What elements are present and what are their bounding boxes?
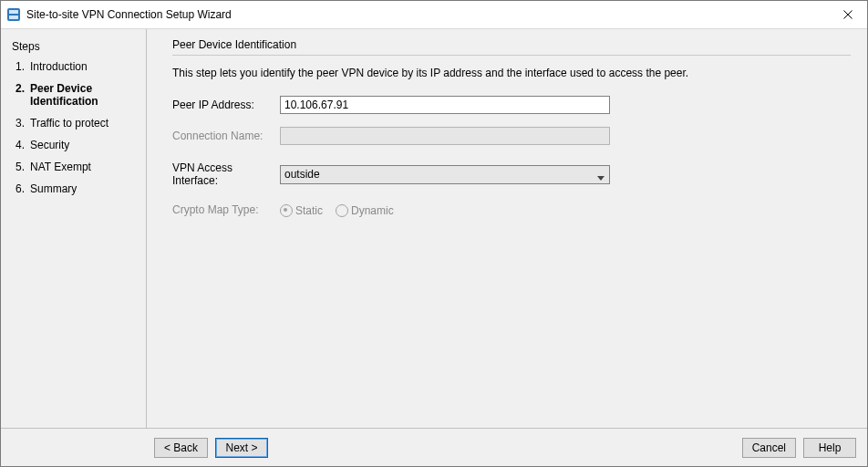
input-connection-name (280, 127, 610, 145)
section-description: This step lets you identify the peer VPN… (172, 67, 851, 79)
step-traffic-to-protect[interactable]: 3.Traffic to protect (16, 117, 139, 130)
label-crypto-map-type: Crypto Map Type: (172, 203, 280, 216)
steps-heading: Steps (12, 40, 139, 53)
step-peer-device-identification[interactable]: 2.Peer Device Identification (16, 82, 139, 108)
main-content: Peer Device Identification This step let… (147, 29, 867, 428)
section-title: Peer Device Identification (172, 38, 851, 51)
label-vpn-interface: VPN Access Interface: (172, 161, 280, 187)
step-summary[interactable]: 6.Summary (16, 182, 139, 195)
app-icon (6, 7, 21, 22)
wizard-window: Site-to-site VPN Connection Setup Wizard… (0, 0, 868, 467)
radio-static (280, 204, 293, 217)
radio-static-wrap: Static (280, 203, 323, 217)
section-divider (172, 55, 851, 56)
row-crypto-map-type: Crypto Map Type: Static Dynamic (172, 203, 851, 217)
back-button[interactable]: < Back (154, 438, 208, 458)
step-nat-exempt[interactable]: 5.NAT Exempt (16, 161, 139, 173)
steps-sidebar: Steps 1.Introduction 2.Peer Device Ident… (1, 29, 147, 428)
radio-dynamic (336, 204, 348, 217)
radio-dynamic-label: Dynamic (351, 204, 394, 217)
help-button[interactable]: Help (803, 438, 856, 458)
label-peer-ip: Peer IP Address: (172, 99, 280, 111)
svg-rect-2 (9, 16, 18, 19)
titlebar: Site-to-site VPN Connection Setup Wizard (1, 1, 867, 29)
window-title: Site-to-site VPN Connection Setup Wizard (26, 8, 829, 21)
row-vpn-interface: VPN Access Interface: (172, 161, 851, 187)
input-peer-ip[interactable] (280, 96, 610, 114)
body: Steps 1.Introduction 2.Peer Device Ident… (1, 29, 867, 428)
cancel-button[interactable]: Cancel (742, 438, 796, 458)
radio-dynamic-wrap: Dynamic (336, 203, 394, 217)
next-button[interactable]: Next > (215, 438, 268, 458)
step-introduction[interactable]: 1.Introduction (16, 60, 139, 73)
row-connection-name: Connection Name: (172, 127, 851, 145)
svg-rect-1 (9, 10, 18, 14)
radio-static-label: Static (295, 204, 323, 217)
step-security[interactable]: 4.Security (16, 139, 139, 151)
close-icon (843, 10, 852, 19)
select-vpn-interface[interactable] (280, 165, 610, 184)
footer: < Back Next > Cancel Help (1, 428, 867, 466)
row-peer-ip: Peer IP Address: (172, 96, 851, 114)
steps-list: 1.Introduction 2.Peer Device Identificat… (12, 60, 139, 204)
label-connection-name: Connection Name: (172, 130, 280, 142)
close-button[interactable] (829, 1, 867, 28)
